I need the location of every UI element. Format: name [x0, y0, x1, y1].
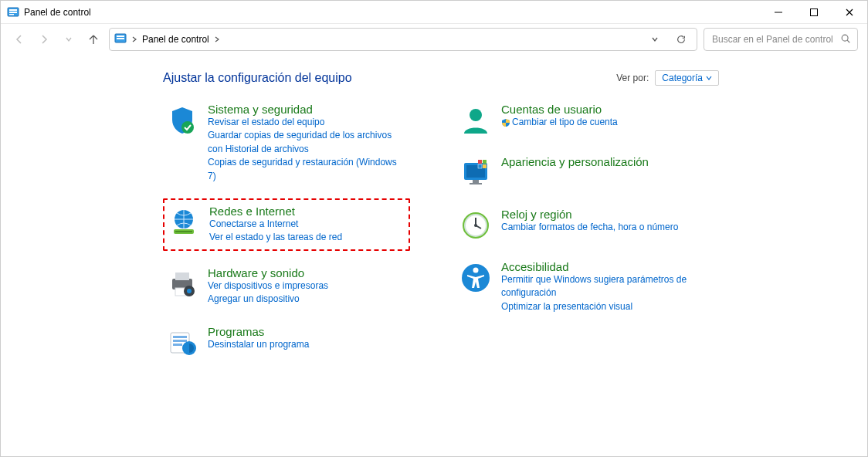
- control-panel-icon: [114, 32, 127, 47]
- search-input[interactable]: [710, 33, 840, 46]
- category-title[interactable]: Programas: [208, 325, 264, 338]
- back-button[interactable]: [10, 30, 29, 49]
- maximize-button[interactable]: [796, 1, 832, 24]
- svg-rect-28: [470, 183, 482, 184]
- window-title: Panel de control: [24, 7, 761, 18]
- heading-row: Ajustar la configuración del equipo Ver …: [163, 70, 719, 86]
- forward-button[interactable]: [35, 30, 53, 49]
- category-title[interactable]: Cuentas de usuario: [501, 103, 602, 116]
- svg-rect-15: [175, 273, 189, 280]
- category-title[interactable]: Reloj y región: [501, 208, 572, 221]
- category-link[interactable]: Ver el estado y las tareas de red: [209, 231, 405, 244]
- address-bar[interactable]: Panel de control: [109, 28, 697, 51]
- svg-point-18: [187, 289, 192, 293]
- clock-icon[interactable]: [459, 209, 492, 242]
- content-area: Ajustar la configuración del equipo Ver …: [1, 55, 867, 374]
- category-user-accounts: Cuentas de usuario Cambiar el tipo de cu…: [456, 100, 704, 140]
- category-link[interactable]: Conectarse a Internet: [209, 218, 405, 231]
- shield-icon[interactable]: [166, 104, 198, 137]
- category-link[interactable]: Guardar copias de seguridad de los archi…: [208, 129, 407, 156]
- svg-rect-4: [775, 12, 782, 12]
- svg-rect-2: [9, 12, 17, 13]
- view-by-label: Ver por:: [616, 73, 649, 83]
- category-appearance: Apariencia y personalización: [456, 152, 704, 192]
- minimize-button[interactable]: [761, 1, 796, 24]
- recent-dropdown[interactable]: [59, 30, 78, 49]
- category-link[interactable]: Optimizar la presentación visual: [501, 300, 700, 313]
- uac-shield-icon: [501, 118, 510, 131]
- view-by-dropdown[interactable]: Categoría: [655, 70, 719, 86]
- right-column: Cuentas de usuario Cambiar el tipo de cu…: [456, 100, 704, 374]
- programs-icon[interactable]: [166, 327, 198, 359]
- titlebar: Panel de control: [1, 1, 867, 24]
- category-link-text: Cambiar el tipo de cuenta: [512, 117, 618, 127]
- printer-icon[interactable]: [166, 268, 198, 300]
- svg-point-10: [181, 121, 194, 134]
- category-accessibility: Accesibilidad Permitir que Windows sugie…: [456, 257, 704, 317]
- svg-point-35: [474, 224, 477, 227]
- svg-rect-29: [478, 160, 482, 164]
- accessibility-icon[interactable]: [459, 262, 492, 294]
- refresh-button[interactable]: [670, 29, 692, 50]
- window-controls: [761, 1, 867, 24]
- chevron-right-icon[interactable]: [131, 36, 137, 44]
- svg-rect-5: [811, 8, 818, 15]
- svg-point-37: [473, 268, 479, 273]
- svg-rect-32: [483, 164, 487, 168]
- category-title[interactable]: Sistema y seguridad: [208, 103, 313, 116]
- user-icon[interactable]: [459, 104, 492, 137]
- globe-network-icon[interactable]: [168, 206, 200, 239]
- category-title[interactable]: Apariencia y personalización: [501, 155, 649, 168]
- svg-rect-21: [173, 340, 187, 342]
- chevron-down-icon: [706, 73, 712, 83]
- svg-rect-27: [473, 180, 479, 183]
- category-programs: Programas Desinstalar un programa: [163, 322, 410, 362]
- svg-rect-31: [478, 164, 482, 168]
- svg-rect-26: [466, 165, 485, 178]
- view-by: Ver por: Categoría: [616, 70, 719, 86]
- search-icon[interactable]: [840, 33, 851, 46]
- navigation-bar: Panel de control: [1, 24, 867, 55]
- breadcrumb-root[interactable]: Panel de control: [142, 34, 209, 45]
- category-columns: Sistema y seguridad Revisar el estado de…: [163, 100, 867, 374]
- svg-rect-30: [483, 160, 487, 164]
- category-clock-region: Reloj y región Cambiar formatos de fecha…: [456, 205, 704, 245]
- address-dropdown[interactable]: [644, 29, 666, 50]
- page-heading: Ajustar la configuración del equipo: [163, 71, 352, 85]
- control-panel-icon: [7, 6, 19, 19]
- chevron-right-icon[interactable]: [214, 36, 220, 44]
- view-by-value: Categoría: [662, 73, 703, 83]
- category-link[interactable]: Revisar el estado del equipo: [208, 116, 407, 129]
- svg-rect-20: [173, 336, 187, 338]
- svg-rect-7: [117, 36, 124, 37]
- svg-point-9: [842, 35, 848, 41]
- category-hardware-sound: Hardware y sonido Ver dispositivos e imp…: [163, 263, 410, 310]
- category-link[interactable]: Agregar un dispositivo: [208, 293, 407, 306]
- category-link[interactable]: Ver dispositivos e impresoras: [208, 279, 407, 293]
- svg-rect-3: [9, 14, 14, 15]
- category-title[interactable]: Accesibilidad: [501, 260, 569, 273]
- category-network-internet: Redes e Internet Conectarse a Internet V…: [163, 198, 410, 251]
- category-title[interactable]: Hardware y sonido: [208, 266, 304, 279]
- category-link[interactable]: Permitir que Windows sugiera parámetros …: [501, 273, 700, 300]
- svg-rect-8: [117, 38, 124, 39]
- svg-rect-22: [173, 344, 182, 346]
- search-box[interactable]: [704, 28, 858, 51]
- category-link[interactable]: Desinstalar un programa: [208, 338, 407, 351]
- left-column: Sistema y seguridad Revisar el estado de…: [163, 100, 410, 374]
- category-title[interactable]: Redes e Internet: [209, 205, 295, 218]
- monitor-icon[interactable]: [459, 157, 492, 189]
- category-link[interactable]: Cambiar formatos de fecha, hora o número: [501, 221, 700, 234]
- category-system-security: Sistema y seguridad Revisar el estado de…: [163, 100, 410, 186]
- svg-rect-13: [175, 231, 192, 232]
- up-button[interactable]: [84, 30, 103, 49]
- category-link[interactable]: Copias de seguridad y restauración (Wind…: [208, 156, 407, 183]
- svg-rect-1: [9, 9, 17, 11]
- close-button[interactable]: [832, 1, 867, 24]
- svg-point-24: [470, 109, 482, 121]
- category-link[interactable]: Cambiar el tipo de cuenta: [501, 116, 700, 131]
